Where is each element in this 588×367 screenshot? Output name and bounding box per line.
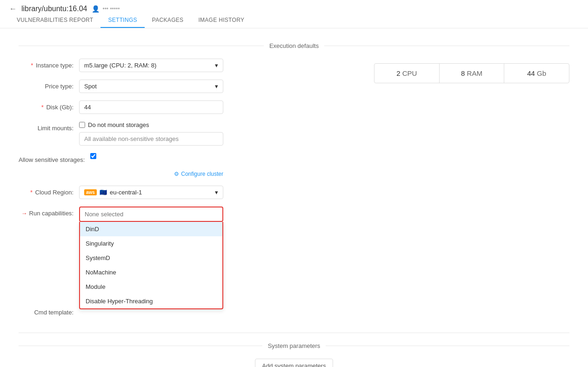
- configure-cluster-link[interactable]: ⚙ Configure cluster: [174, 171, 223, 177]
- configure-cluster-label: Configure cluster: [181, 171, 223, 177]
- cpu-box: 2 CPU: [374, 64, 440, 83]
- instance-type-select[interactable]: m5.large (CPU: 2, RAM: 8) ▾: [79, 59, 223, 72]
- price-type-select[interactable]: Spot ▾: [79, 80, 223, 93]
- divider-1: [19, 333, 569, 333]
- dropdown-item-disable-hyper-threading[interactable]: Disable Hyper-Threading: [80, 294, 222, 308]
- allow-sensitive-label: Allow sensitive storages:: [19, 153, 90, 163]
- run-capabilities-control: DinD Singularity SystemD NoMachine Modul…: [79, 207, 223, 222]
- cloud-region-label: * Cloud Region:: [19, 186, 79, 196]
- run-capabilities-label: → Run capabilities:: [19, 207, 79, 217]
- do-not-mount-label: Do not mount storages: [88, 121, 149, 128]
- disk-row: * Disk (Gb):: [19, 100, 261, 114]
- disk-input[interactable]: [79, 100, 223, 114]
- tab-settings[interactable]: SETTINGS: [100, 13, 144, 28]
- run-capabilities-dropdown: DinD Singularity SystemD NoMachine Modul…: [79, 207, 223, 222]
- user-info: ••• •••••: [102, 6, 120, 12]
- limit-mounts-label: Limit mounts:: [19, 121, 79, 132]
- tab-image-history[interactable]: IMAGE HISTORY: [191, 13, 252, 28]
- arrow-pointer: →: [21, 210, 27, 217]
- tab-bar: VULNERABILITIES REPORT SETTINGS PACKAGES…: [0, 13, 588, 28]
- cloud-region-control: aws 🇪🇺 eu-central-1 ▾: [79, 186, 223, 199]
- instance-type-control: m5.large (CPU: 2, RAM: 8) ▾: [79, 59, 223, 72]
- price-type-control: Spot ▾: [79, 80, 223, 93]
- form-layout: * Instance type: m5.large (CPU: 2, RAM: …: [19, 59, 569, 323]
- add-system-params-button[interactable]: Add system parameters: [255, 359, 333, 367]
- cmd-template-label: Cmd template:: [19, 306, 79, 316]
- main-content: Execution defaults * Instance type: m5.l…: [0, 28, 588, 367]
- run-capabilities-list: DinD Singularity SystemD NoMachine Modul…: [79, 222, 223, 309]
- cloud-region-select[interactable]: aws 🇪🇺 eu-central-1 ▾: [79, 186, 223, 199]
- dropdown-item-nomachine[interactable]: NoMachine: [80, 265, 222, 280]
- cpu-summary: 2 CPU 8 RAM 44 Gb: [374, 63, 569, 83]
- dropdown-item-dind[interactable]: DinD: [80, 222, 222, 236]
- run-capabilities-input[interactable]: [79, 207, 223, 222]
- execution-defaults-header: Execution defaults: [19, 42, 569, 49]
- dropdown-item-module[interactable]: Module: [80, 280, 222, 294]
- ram-box: 8 RAM: [440, 64, 505, 83]
- run-capabilities-row: → Run capabilities: DinD Singularity Sys…: [19, 207, 261, 222]
- form-right: 2 CPU 8 RAM 44 Gb: [279, 59, 569, 323]
- instance-type-row: * Instance type: m5.large (CPU: 2, RAM: …: [19, 59, 261, 72]
- disk-label: * Disk (Gb):: [19, 100, 79, 111]
- limit-mounts-control: Do not mount storages All available non-…: [79, 121, 223, 146]
- price-type-row: Price type: Spot ▾: [19, 80, 261, 93]
- tab-packages[interactable]: PACKAGES: [145, 13, 191, 28]
- back-button[interactable]: ←: [9, 5, 17, 13]
- cloud-region-value: eu-central-1: [110, 189, 142, 196]
- dropdown-item-singularity[interactable]: Singularity: [80, 236, 222, 251]
- cloud-region-row: * Cloud Region: aws 🇪🇺 eu-central-1 ▾: [19, 186, 261, 199]
- configure-cluster-icon: ⚙: [174, 171, 179, 177]
- header: ← library/ubuntu:16.04 👤 ••• •••••: [0, 0, 588, 13]
- system-params-header: System parameters: [19, 342, 569, 349]
- do-not-mount-checkbox[interactable]: [79, 122, 85, 128]
- storage-placeholder-box: All available non-sensitive storages: [79, 132, 223, 146]
- form-left: * Instance type: m5.large (CPU: 2, RAM: …: [19, 59, 261, 323]
- limit-mounts-row: Limit mounts: Do not mount storages All …: [19, 121, 261, 146]
- allow-sensitive-checkbox[interactable]: [90, 153, 96, 159]
- disk-box: 44 Gb: [504, 64, 569, 83]
- disk-control: [79, 100, 223, 114]
- aws-badge: aws: [84, 189, 97, 195]
- dropdown-item-systemd[interactable]: SystemD: [80, 251, 222, 265]
- eu-flag: 🇪🇺: [100, 189, 107, 196]
- do-not-mount-row: Do not mount storages: [79, 121, 223, 128]
- tab-vulnerabilities[interactable]: VULNERABILITIES REPORT: [9, 13, 100, 28]
- system-params-actions: Add system parameters: [19, 359, 569, 367]
- price-type-label: Price type:: [19, 80, 79, 90]
- page-title: library/ubuntu:16.04: [21, 5, 87, 13]
- instance-type-label: * Instance type:: [19, 59, 79, 69]
- allow-sensitive-row: Allow sensitive storages:: [19, 153, 261, 163]
- user-icon: 👤: [92, 5, 100, 13]
- allow-sensitive-control: [90, 153, 234, 160]
